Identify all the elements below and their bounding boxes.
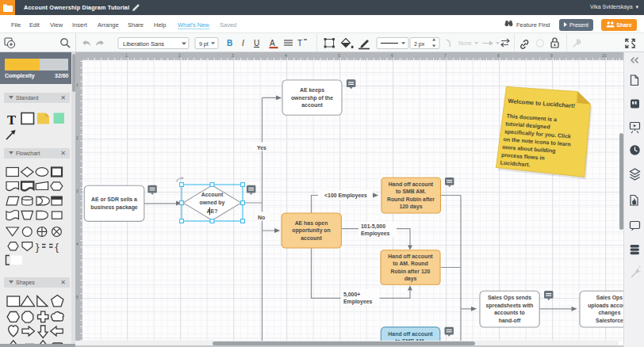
svg-text:AE keeps: AE keeps — [300, 87, 324, 93]
svg-text:T: T — [7, 112, 16, 128]
svg-text:opportunity on: opportunity on — [292, 227, 331, 234]
svg-text:account: account — [301, 235, 322, 241]
svg-text:Liberation Sans: Liberation Sans — [123, 40, 164, 48]
svg-text:<100 Employees: <100 Employees — [324, 193, 367, 199]
svg-text:Yes: Yes — [257, 145, 266, 151]
svg-text:T: T — [297, 39, 302, 48]
svg-text:Employees: Employees — [361, 231, 390, 237]
svg-text:U: U — [254, 39, 259, 48]
svg-text:A: A — [270, 39, 275, 48]
svg-text:accounts to: accounts to — [494, 310, 525, 315]
svg-text:{: { — [56, 241, 59, 253]
svg-text:No: No — [258, 215, 265, 220]
svg-text:owned by: owned by — [200, 200, 225, 206]
svg-text:120 days: 120 days — [399, 204, 422, 210]
svg-text:spreadsheets with: spreadsheets with — [485, 303, 533, 309]
svg-text:days: days — [404, 276, 417, 282]
svg-text:Robin after 120: Robin after 120 — [391, 269, 431, 274]
svg-text:9 pt: 9 pt — [199, 41, 209, 48]
svg-text:101-5,000: 101-5,000 — [361, 223, 385, 230]
svg-text:AE or SDR sells a: AE or SDR sells a — [91, 196, 137, 202]
svg-text:2 px: 2 px — [414, 41, 425, 48]
svg-text:Employees: Employees — [343, 299, 373, 305]
svg-text:ownershp of the: ownershp of the — [291, 95, 333, 101]
svg-text:}: } — [36, 241, 40, 253]
svg-text:Hand off account: Hand off account — [388, 254, 433, 259]
svg-text:Hand off account: Hand off account — [389, 181, 434, 187]
svg-text:AE?: AE? — [207, 208, 218, 214]
svg-text:I: I — [242, 39, 244, 48]
svg-text:business package: business package — [90, 204, 138, 211]
svg-text:Round Robin after: Round Robin after — [387, 196, 435, 202]
svg-text:5,000+: 5,000+ — [343, 292, 360, 298]
svg-text:B: B — [227, 39, 232, 48]
svg-text:Hand off account: Hand off account — [388, 331, 433, 337]
svg-text:Account: Account — [201, 192, 224, 197]
svg-text:None: None — [458, 40, 472, 46]
svg-text:to AM. Round: to AM. Round — [393, 261, 428, 266]
svg-text:to SMB AM.: to SMB AM. — [396, 189, 426, 194]
svg-text:Sales Ops sends: Sales Ops sends — [488, 295, 531, 301]
svg-text:account: account — [301, 102, 323, 108]
svg-text:changes: changes — [599, 310, 621, 316]
svg-text:hand-off: hand-off — [499, 318, 521, 323]
svg-text:AE has open: AE has open — [295, 220, 328, 227]
